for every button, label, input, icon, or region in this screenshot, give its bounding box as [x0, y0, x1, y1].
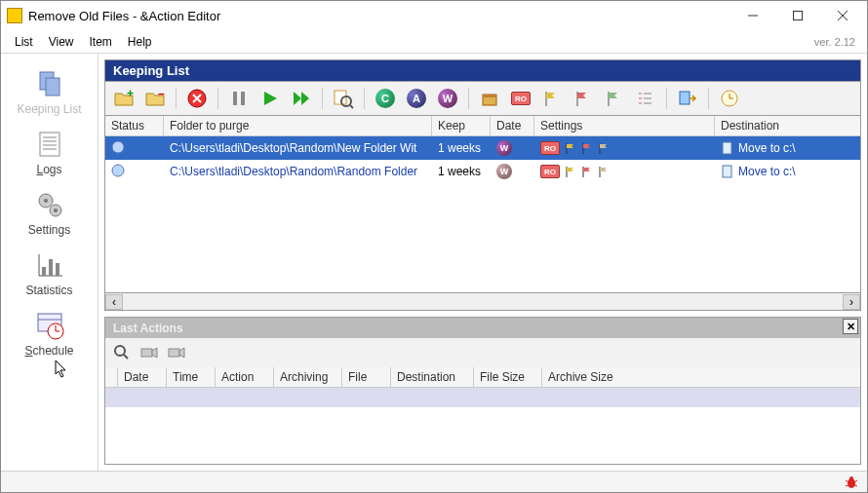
ro-button[interactable]: RO — [508, 86, 533, 111]
sidebar-label: Settings — [28, 223, 70, 237]
th-date[interactable]: Date — [491, 116, 534, 135]
th-keep[interactable]: Keep — [432, 116, 491, 135]
la-th-archivesize[interactable]: Archive Size — [542, 367, 860, 387]
bug-icon — [844, 474, 859, 490]
last-actions-title: Last Actions ✕ — [104, 317, 861, 338]
menu-help[interactable]: Help — [120, 32, 160, 52]
svg-point-69 — [849, 476, 853, 480]
table-row[interactable]: C:\Users\tladi\Desktop\Random\Random Fol… — [105, 160, 860, 183]
preview-button[interactable] — [331, 86, 356, 111]
version-label: ver. 2.12 — [814, 36, 861, 48]
la-body — [105, 388, 860, 464]
logs-icon — [33, 128, 66, 161]
horizontal-scrollbar[interactable]: ‹ › — [104, 293, 861, 311]
th-settings[interactable]: Settings — [534, 116, 715, 135]
svg-line-68 — [854, 485, 857, 486]
svg-rect-46 — [680, 92, 690, 104]
ro-badge: RO — [540, 165, 560, 178]
flag3-button[interactable] — [602, 86, 627, 111]
menu-bar: List View Item Help ver. 2.12 — [1, 30, 867, 54]
pause-button[interactable] — [226, 86, 252, 111]
svg-rect-1 — [794, 12, 803, 20]
la-th-destination[interactable]: Destination — [391, 367, 474, 387]
la-camera1-button[interactable] — [138, 342, 160, 363]
last-actions-table: Date Time Action Archiving File Destinat… — [104, 367, 861, 465]
th-folder[interactable]: Folder to purge — [164, 116, 432, 135]
svg-point-50 — [112, 141, 124, 153]
th-destination[interactable]: Destination — [715, 116, 860, 135]
la-th-time[interactable]: Time — [167, 367, 216, 387]
flag-red-icon — [581, 142, 593, 154]
la-th-filesize[interactable]: File Size — [474, 367, 542, 387]
table-body: C:\Users\tladi\Desktop\Random\New Folder… — [105, 136, 860, 292]
calendar-clock-icon — [33, 309, 66, 342]
close-button[interactable] — [820, 2, 865, 29]
app-icon — [7, 8, 22, 23]
svg-point-60 — [115, 346, 125, 356]
globe-icon — [111, 164, 125, 177]
flag1-button[interactable] — [539, 86, 565, 111]
la-header: Date Time Action Archiving File Destinat… — [105, 367, 860, 388]
status-cell — [105, 162, 164, 182]
move-button[interactable] — [675, 86, 700, 111]
svg-point-55 — [112, 165, 124, 176]
ro-badge: RO — [540, 141, 560, 155]
la-th-action[interactable]: Action — [216, 367, 274, 387]
svg-rect-31 — [241, 92, 245, 105]
svg-rect-17 — [42, 267, 46, 276]
svg-rect-63 — [169, 349, 179, 357]
main-content: Keeping List + – C A W RO — [99, 54, 867, 471]
table-row[interactable]: C:\Users\tladi\Desktop\Random\New Folder… — [105, 136, 860, 160]
play-all-button[interactable] — [289, 86, 314, 111]
menu-view[interactable]: View — [41, 32, 82, 52]
gears-icon — [33, 188, 66, 221]
checklist-button[interactable] — [633, 86, 658, 111]
c-badge-button[interactable]: C — [373, 86, 398, 111]
play-button[interactable] — [257, 86, 283, 111]
menu-item[interactable]: Item — [81, 32, 119, 52]
globe-icon — [111, 140, 125, 154]
minimize-button[interactable] — [730, 2, 775, 29]
sidebar-logs[interactable]: Logs — [11, 122, 89, 180]
svg-rect-5 — [46, 78, 59, 95]
keeping-list-title: Keeping List — [104, 59, 861, 81]
scroll-left-arrow[interactable]: ‹ — [105, 294, 123, 310]
th-status[interactable]: Status — [105, 116, 164, 135]
documents-icon — [33, 67, 66, 100]
la-th-file[interactable]: File — [342, 367, 391, 387]
last-actions-close-button[interactable]: ✕ — [843, 319, 858, 334]
maximize-button[interactable] — [775, 2, 820, 29]
remove-folder-button[interactable]: – — [142, 86, 168, 111]
la-search-button[interactable] — [111, 342, 133, 363]
flag2-button[interactable] — [571, 86, 596, 111]
page-icon — [721, 165, 734, 178]
flag-yellow-icon — [565, 142, 576, 154]
sidebar-keeping-list[interactable]: Keeping List — [11, 61, 89, 120]
time-button[interactable] — [717, 86, 742, 111]
keep-cell: 1 weeks — [432, 163, 491, 180]
sidebar-schedule[interactable]: Schedule — [11, 303, 89, 361]
sidebar-statistics[interactable]: Statistics — [11, 243, 89, 301]
last-actions-toolbar — [104, 338, 861, 367]
status-cell — [105, 138, 164, 159]
a-badge-button[interactable]: A — [404, 86, 429, 111]
svg-line-67 — [846, 485, 848, 486]
stop-button[interactable] — [184, 86, 210, 111]
date-cell: W — [491, 138, 534, 158]
la-camera2-button[interactable] — [166, 342, 187, 363]
sidebar-settings[interactable]: Settings — [11, 182, 89, 241]
la-th-date[interactable]: Date — [118, 367, 167, 387]
package-button[interactable] — [477, 86, 502, 111]
add-folder-button[interactable]: + — [111, 86, 137, 111]
svg-rect-18 — [49, 259, 53, 276]
svg-rect-19 — [56, 263, 59, 276]
la-empty-row — [105, 388, 860, 407]
sidebar-label: Logs — [36, 163, 61, 176]
la-th-archiving[interactable]: Archiving — [274, 367, 342, 387]
main-shell: Keeping List Logs Settings Statistics Sc… — [1, 54, 867, 471]
table-header: Status Folder to purge Keep Date Setting… — [105, 116, 860, 136]
menu-list[interactable]: List — [7, 32, 41, 52]
svg-rect-59 — [723, 166, 731, 177]
w-badge-button[interactable]: W — [435, 86, 460, 111]
scroll-right-arrow[interactable]: › — [843, 294, 860, 310]
